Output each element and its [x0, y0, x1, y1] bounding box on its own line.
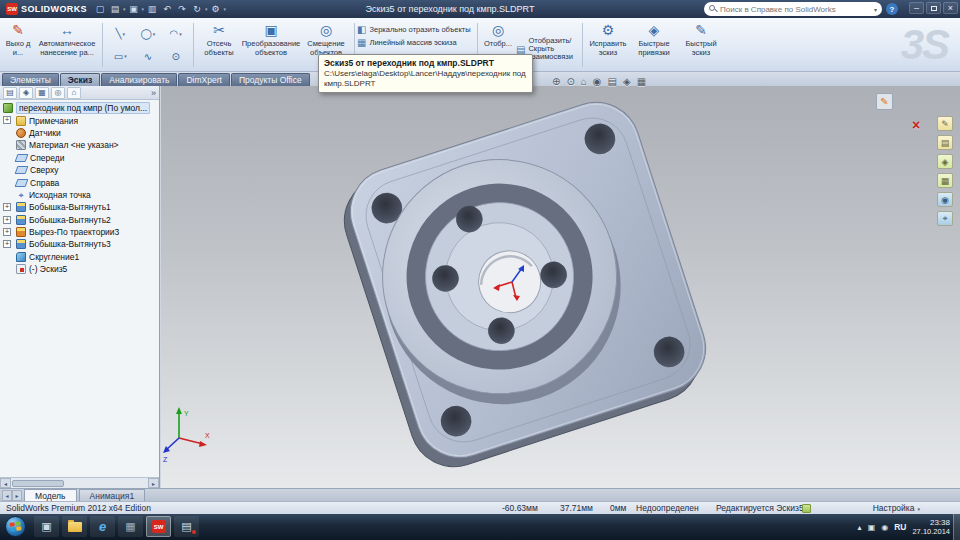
options-caret-icon[interactable]: ▾	[224, 6, 227, 12]
save-icon[interactable]: ▣	[127, 2, 141, 16]
taskbar-clock[interactable]: 23:38 27.10.2014	[912, 518, 950, 537]
customize-menu[interactable]: Настройка▾	[873, 503, 920, 513]
zoom-area-icon[interactable]: ⊙	[566, 76, 574, 87]
undo-icon[interactable]: ↶	[160, 2, 174, 16]
tree-item-origin[interactable]: ⌖ Исходная точка	[0, 189, 159, 201]
snapshot-tool-icon[interactable]: ◈	[937, 154, 953, 169]
tree-item-sweep-cut3[interactable]: + Вырез-По траектории3	[0, 226, 159, 238]
tab-sketch[interactable]: Эскиз	[60, 73, 100, 86]
language-indicator[interactable]: RU	[894, 522, 906, 532]
feature-tree-tab-icon[interactable]: ▤	[3, 87, 17, 99]
open-caret-icon[interactable]: ▾	[123, 6, 126, 12]
line-tool-button[interactable]: ╲▾	[107, 23, 134, 45]
tray-expand-icon[interactable]: ▴	[858, 523, 862, 532]
taskbar-app-doc[interactable]: ▤	[174, 516, 199, 537]
help-icon[interactable]: ?	[886, 3, 898, 15]
help-search-box[interactable]: ▾	[704, 2, 882, 16]
taskbar-app-dark[interactable]: ▦	[118, 516, 143, 537]
tree-item-material[interactable]: Материал <не указан>	[0, 139, 159, 151]
panel-chevron-icon[interactable]: »	[151, 88, 156, 98]
close-button[interactable]: ×	[943, 2, 958, 14]
tree-item-sensors[interactable]: Датчики	[0, 127, 159, 139]
new-document-icon[interactable]: ▢	[93, 2, 107, 16]
model-canvas[interactable]: Y X Z	[161, 86, 960, 488]
dimxpert-manager-tab-icon[interactable]: ◎	[51, 87, 65, 99]
smart-dimension-button[interactable]: ↔ Автоматическое нанесение ра...	[34, 20, 100, 70]
open-document-icon[interactable]: ▤	[108, 2, 122, 16]
graphics-area[interactable]: Y X Z	[161, 86, 960, 488]
scrollbar-thumb[interactable]	[12, 480, 64, 487]
quick-snaps-button[interactable]: ◈ Быстрые привязки	[631, 20, 677, 70]
taskbar-explorer[interactable]	[62, 516, 87, 537]
tab-office-products[interactable]: Продукты Office	[231, 73, 310, 86]
expand-icon[interactable]: +	[3, 116, 11, 124]
save-caret-icon[interactable]: ▾	[142, 6, 145, 12]
rebuild-caret-icon[interactable]: ▾	[205, 6, 208, 12]
scrollbar-track[interactable]	[11, 479, 148, 488]
display-style-icon[interactable]: ◉	[593, 76, 602, 87]
tabs-scroll-left-icon[interactable]: ◂	[2, 490, 12, 501]
tree-item-fillet1[interactable]: Скругление1	[0, 251, 159, 263]
print-icon[interactable]: ▥	[145, 2, 159, 16]
maximize-button[interactable]	[926, 2, 941, 14]
redo-icon[interactable]: ↷	[175, 2, 189, 16]
tree-item-boss-extrude2[interactable]: + Бобышка-Вытянуть2	[0, 214, 159, 226]
view-tool-icon[interactable]: ◉	[937, 192, 953, 207]
origin-tool-icon[interactable]: ⌖	[937, 211, 953, 226]
show-desktop-button[interactable]	[953, 514, 960, 540]
tabs-scroll-right-icon[interactable]: ▸	[12, 490, 22, 501]
spline-tool-button[interactable]: ∿	[135, 46, 162, 68]
tree-item-top-plane[interactable]: Сверху	[0, 164, 159, 176]
tab-features[interactable]: Элементы	[2, 73, 59, 86]
arc-tool-button[interactable]: ◠▾	[162, 23, 189, 45]
zoom-fit-icon[interactable]: ⊕	[552, 76, 560, 87]
tray-network-icon[interactable]: ▣	[868, 523, 876, 532]
taskbar-solidworks[interactable]: SW	[146, 516, 171, 537]
grid-tool-icon[interactable]: ▦	[937, 173, 953, 188]
expand-icon[interactable]: +	[3, 228, 11, 236]
tree-item-right-plane[interactable]: Справа	[0, 176, 159, 188]
notes-tool-icon[interactable]: ▤	[937, 135, 953, 150]
taskbar-window-app[interactable]: ▣	[34, 516, 59, 537]
tray-volume-icon[interactable]: ◉	[881, 523, 888, 532]
appearance-icon[interactable]: ◈	[623, 76, 631, 87]
animation-tab[interactable]: Анимация1	[79, 489, 146, 501]
repair-sketch-button[interactable]: ⚙ Исправить эскиз	[585, 20, 631, 70]
scroll-right-icon[interactable]: ▸	[148, 478, 159, 488]
confirm-sketch-icon[interactable]: ✎	[876, 93, 893, 110]
scene-icon[interactable]: ▦	[637, 76, 646, 87]
expand-icon[interactable]: +	[3, 216, 11, 224]
linear-pattern-button[interactable]: ▦ Линейный массив эскиза	[357, 37, 475, 48]
search-input[interactable]	[720, 5, 871, 14]
model-tab[interactable]: Модель	[24, 489, 77, 501]
configuration-manager-tab-icon[interactable]: ▦	[35, 87, 49, 99]
annotation-tool-icon[interactable]: ✎	[937, 116, 953, 131]
point-tool-button[interactable]: ⊙	[162, 46, 189, 68]
search-caret-icon[interactable]: ▾	[874, 6, 877, 13]
tab-evaluate[interactable]: Анализировать	[101, 73, 177, 86]
trim-entities-button[interactable]: ✂ Отсечь объекты	[196, 20, 242, 70]
taskbar-browser[interactable]: e	[90, 516, 115, 537]
tree-item-boss-extrude3[interactable]: + Бобышка-Вытянуть3	[0, 238, 159, 250]
view-orientation-icon[interactable]: ⌂	[581, 76, 587, 87]
options-icon[interactable]: ⚙	[209, 2, 223, 16]
panel-horizontal-scrollbar[interactable]: ◂ ▸	[0, 477, 159, 488]
hide-show-items-icon[interactable]: ▤	[608, 76, 617, 87]
tree-item-front-plane[interactable]: Спереди	[0, 152, 159, 164]
expand-icon[interactable]: +	[3, 240, 11, 248]
rapid-sketch-button[interactable]: ✎ Быстрый эскиз	[677, 20, 725, 70]
circle-tool-button[interactable]: ◯▾	[135, 23, 162, 45]
expand-icon[interactable]: +	[3, 203, 11, 211]
scroll-left-icon[interactable]: ◂	[0, 478, 11, 488]
cancel-sketch-icon[interactable]: ×	[912, 117, 920, 133]
tree-root-item[interactable]: переходник под кмпр (По умол...	[0, 102, 159, 114]
start-button[interactable]	[5, 516, 26, 537]
rectangle-tool-button[interactable]: ▭▾	[107, 46, 134, 68]
rebuild-icon[interactable]: ↻	[190, 2, 204, 16]
property-manager-tab-icon[interactable]: ◈	[19, 87, 33, 99]
minimize-button[interactable]: –	[909, 2, 924, 14]
tree-item-sketch5[interactable]: (-) Эскиз5	[0, 263, 159, 275]
convert-entities-button[interactable]: ▣ Преобразование объектов	[242, 20, 300, 70]
tab-dimxpert[interactable]: DimXpert	[178, 73, 229, 86]
display-manager-tab-icon[interactable]: ⌂	[67, 87, 81, 99]
